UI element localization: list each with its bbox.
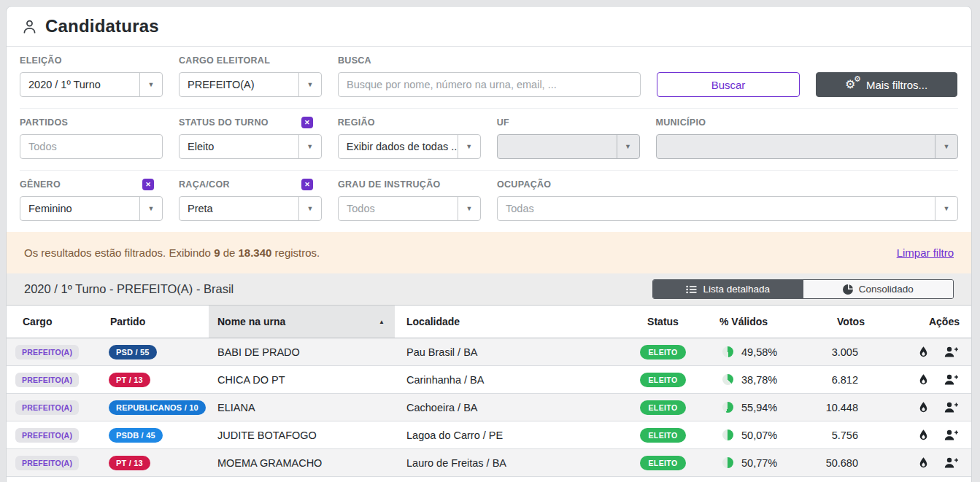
column-header-localidade[interactable]: Localidade (395, 306, 621, 338)
grau-label: GRAU DE INSTRUÇÃO (338, 179, 441, 190)
eleicao-select[interactable]: 2020 / 1º Turno ▼ (20, 72, 163, 97)
ocupacao-select[interactable]: Todas ▼ (497, 196, 958, 221)
raca-select[interactable]: Preta ▼ (179, 196, 322, 221)
votes-count: 50.680 (814, 449, 887, 476)
pie-icon (722, 429, 733, 440)
valid-votes-percent: 55,94% (741, 402, 777, 413)
table-row: PREFEITO(A) PSDB / 45 JUDITE BOTAFOGO La… (7, 421, 971, 449)
locality: Pau Brasil / BA (395, 338, 621, 365)
status-turno-select[interactable]: Eleito ▼ (179, 134, 322, 159)
column-header-votos[interactable]: Votos (814, 306, 887, 338)
mais-filtros-button[interactable]: ⚙ ⚙ Mais filtros... (816, 72, 957, 97)
view-toggle-group: Lista detalhada Consolidado (652, 279, 954, 299)
locality: Carinhanha / BA (395, 366, 621, 393)
party-badge: PSDB / 45 (109, 428, 163, 443)
regiao-select[interactable]: Exibir dados de todas ... ▼ (338, 134, 481, 159)
party-badge: PT / 13 (109, 373, 150, 387)
pie-icon (722, 457, 733, 468)
list-icon (686, 285, 697, 294)
search-input[interactable] (339, 73, 640, 96)
flame-icon (918, 456, 929, 469)
partidos-label: PARTIDOS (20, 117, 68, 128)
campaign-heat-button[interactable] (918, 429, 929, 441)
person-add-icon (944, 374, 958, 385)
ballot-name: JUDITE BOTAFOGO (209, 421, 395, 448)
cargo-select[interactable]: PREFEITO(A) ▼ (179, 72, 322, 97)
filtered-results-alert: Os resultados estão filtrados. Exibindo … (7, 232, 971, 273)
party-badge: REPUBLICANOS / 10 (109, 400, 206, 415)
uf-select: ▼ (497, 134, 640, 159)
consolidado-toggle[interactable]: Consolidado (803, 280, 954, 298)
page-header: Candidaturas (7, 7, 971, 47)
flame-icon (918, 429, 929, 441)
clear-status-filter-icon[interactable]: ✕ (301, 117, 313, 128)
column-header-acoes: Ações (887, 306, 962, 338)
person-add-icon (944, 402, 958, 413)
filter-partidos: PARTIDOS (20, 117, 163, 159)
column-header-cargo[interactable]: Cargo (15, 306, 103, 338)
table-row: PREFEITO(A) DEM / 25 NEGUINHA DO RESTAUR… (7, 477, 971, 482)
filter-row-1: ELEIÇÃO 2020 / 1º Turno ▼ CARGO ELEITORA… (20, 47, 958, 108)
chevron-down-icon: ▼ (935, 135, 957, 158)
filter-regiao: REGIÃO Exibir dados de todas ... ▼ (338, 117, 481, 159)
clear-raca-filter-icon[interactable]: ✕ (301, 179, 313, 190)
results-title: 2020 / 1º Turno - PREFEITO(A) - Brasil (24, 282, 234, 296)
filters-panel: ELEIÇÃO 2020 / 1º Turno ▼ CARGO ELEITORA… (7, 47, 971, 232)
partidos-input[interactable] (20, 135, 163, 158)
filter-ocupacao: OCUPAÇÃO Todas ▼ (497, 179, 958, 221)
candidaturas-card: Candidaturas ELEIÇÃO 2020 / 1º Turno ▼ C… (6, 6, 972, 482)
mais-filtros-field: ⚙ ⚙ Mais filtros... (816, 55, 957, 97)
filter-busca: BUSCA (338, 55, 641, 97)
filter-grau: GRAU DE INSTRUÇÃO Todos ▼ (338, 179, 481, 221)
filter-uf: UF ▼ (497, 117, 640, 159)
cargo-badge: PREFEITO(A) (15, 456, 79, 470)
filter-row-3: GÊNERO ✕ Feminino ▼ RAÇA/COR ✕ Preta ▼ (20, 170, 958, 232)
grau-select[interactable]: Todos ▼ (338, 196, 481, 221)
chevron-down-icon: ▼ (458, 135, 480, 158)
column-header-status[interactable]: Status (621, 306, 705, 338)
candidate-profile-button[interactable] (944, 429, 958, 440)
chevron-down-icon: ▼ (298, 135, 321, 158)
filter-raca: RAÇA/COR ✕ Preta ▼ (179, 179, 322, 221)
campaign-heat-button[interactable] (918, 456, 929, 469)
chevron-down-icon: ▼ (139, 197, 162, 220)
column-header-validos[interactable]: % Válidos (705, 306, 814, 338)
filter-municipio: MUNICÍPIO ▼ (656, 117, 958, 159)
filter-genero: GÊNERO ✕ Feminino ▼ (20, 179, 163, 221)
votes-count: 6.812 (814, 366, 887, 393)
pie-icon (722, 402, 733, 413)
person-add-icon (944, 429, 958, 440)
column-header-nome-sorted[interactable]: Nome na urna ▲ (209, 306, 395, 338)
flame-icon (918, 373, 929, 386)
candidate-profile-button[interactable] (944, 346, 958, 357)
cargo-badge: PREFEITO(A) (15, 400, 79, 415)
genero-select[interactable]: Feminino ▼ (20, 196, 163, 221)
lista-detalhada-toggle[interactable]: Lista detalhada (653, 280, 803, 298)
buscar-button[interactable]: Buscar (657, 72, 800, 97)
busca-label: BUSCA (338, 55, 371, 66)
clear-genero-filter-icon[interactable]: ✕ (142, 179, 154, 190)
candidate-profile-button[interactable] (944, 402, 958, 413)
municipio-label: MUNICÍPIO (656, 117, 706, 128)
chevron-down-icon: ▼ (298, 73, 321, 96)
cargo-label: CARGO ELEITORAL (179, 55, 270, 66)
column-header-partido[interactable]: Partido (103, 306, 209, 338)
ballot-name: ELIANA (209, 394, 395, 421)
table-header: Cargo Partido Nome na urna ▲ Localidade … (7, 306, 971, 338)
party-badge: PSD / 55 (109, 345, 157, 359)
campaign-heat-button[interactable] (918, 373, 929, 386)
table-row: PREFEITO(A) PT / 13 MOEMA GRAMACHO Lauro… (7, 449, 971, 477)
chevron-down-icon: ▼ (139, 73, 162, 96)
flame-icon (918, 401, 929, 413)
limpar-filtro-link[interactable]: Limpar filtro (897, 246, 954, 259)
alert-text: Os resultados estão filtrados. Exibindo … (24, 246, 320, 259)
campaign-heat-button[interactable] (918, 401, 929, 413)
candidate-profile-button[interactable] (944, 374, 958, 385)
cargo-badge: PREFEITO(A) (15, 373, 79, 387)
results-section-bar: 2020 / 1º Turno - PREFEITO(A) - Brasil L… (7, 273, 971, 306)
locality: Santa Rita do Tocantins / TO (395, 477, 621, 482)
valid-votes-percent: 50,07% (741, 429, 777, 441)
votes-count: 889 (814, 477, 887, 482)
candidate-profile-button[interactable] (944, 457, 958, 468)
campaign-heat-button[interactable] (918, 346, 929, 358)
